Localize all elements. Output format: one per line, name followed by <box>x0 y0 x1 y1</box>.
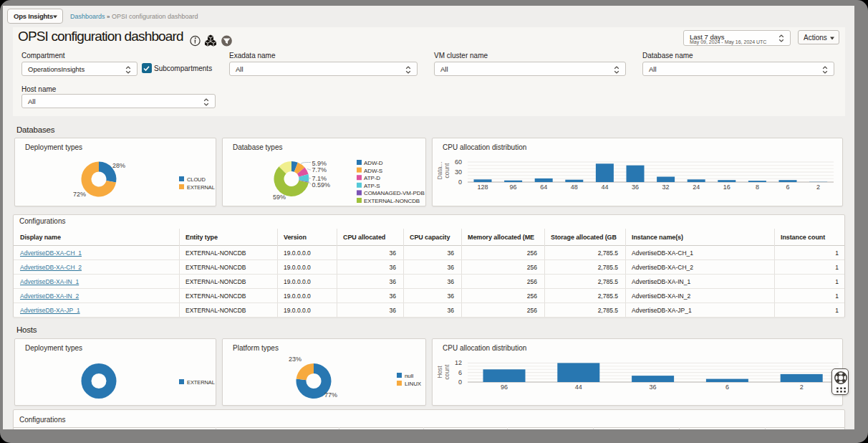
svg-text:2: 2 <box>816 184 820 191</box>
svg-text:77%: 77% <box>324 391 337 399</box>
svg-text:5.9%: 5.9% <box>312 160 327 167</box>
svg-text:64: 64 <box>540 184 547 191</box>
svg-text:24: 24 <box>693 184 700 191</box>
svg-text:count: count <box>443 364 450 379</box>
svg-text:CLOUD: CLOUD <box>187 176 206 183</box>
svg-text:count: count <box>443 163 450 178</box>
svg-text:COMANAGED-VM-PDB: COMANAGED-VM-PDB <box>364 190 425 196</box>
svg-text:Host: Host <box>436 366 443 378</box>
svg-text:6: 6 <box>786 184 789 191</box>
svg-text:96: 96 <box>510 184 517 191</box>
svg-text:48: 48 <box>571 184 578 191</box>
svg-text:ATP-D: ATP-D <box>364 175 380 181</box>
svg-text:ADW-S: ADW-S <box>364 168 382 174</box>
svg-text:16: 16 <box>723 184 730 191</box>
svg-text:23%: 23% <box>289 356 302 363</box>
svg-text:128: 128 <box>477 184 488 191</box>
svg-text:59%: 59% <box>273 194 286 201</box>
svg-text:28%: 28% <box>112 162 125 169</box>
svg-text:LINUX: LINUX <box>405 381 422 387</box>
svg-text:44: 44 <box>575 384 582 391</box>
svg-text:EXTERNAL: EXTERNAL <box>187 184 215 191</box>
svg-text:ADW-D: ADW-D <box>364 160 383 166</box>
svg-text:6: 6 <box>725 384 729 391</box>
svg-text:Data...: Data... <box>436 161 443 179</box>
svg-text:ATP-S: ATP-S <box>364 183 380 189</box>
svg-text:2: 2 <box>800 384 804 391</box>
svg-text:7.7%: 7.7% <box>312 166 327 173</box>
svg-text:36: 36 <box>650 384 657 391</box>
svg-text:60: 60 <box>455 158 462 166</box>
svg-text:0: 0 <box>458 178 462 186</box>
svg-text:8: 8 <box>756 184 759 191</box>
svg-text:30: 30 <box>455 168 462 176</box>
svg-text:6: 6 <box>458 369 462 376</box>
svg-text:12: 12 <box>455 359 462 366</box>
svg-text:EXTERNAL: EXTERNAL <box>187 379 215 386</box>
svg-text:44: 44 <box>601 184 608 191</box>
svg-text:96: 96 <box>501 384 508 391</box>
svg-text:EXTERNAL-NONCDB: EXTERNAL-NONCDB <box>364 198 420 204</box>
svg-text:72%: 72% <box>73 191 86 198</box>
svg-text:32: 32 <box>662 184 670 191</box>
svg-text:null: null <box>405 373 413 379</box>
svg-text:0.59%: 0.59% <box>312 181 331 189</box>
svg-text:0: 0 <box>458 378 462 386</box>
svg-text:36: 36 <box>632 184 639 191</box>
